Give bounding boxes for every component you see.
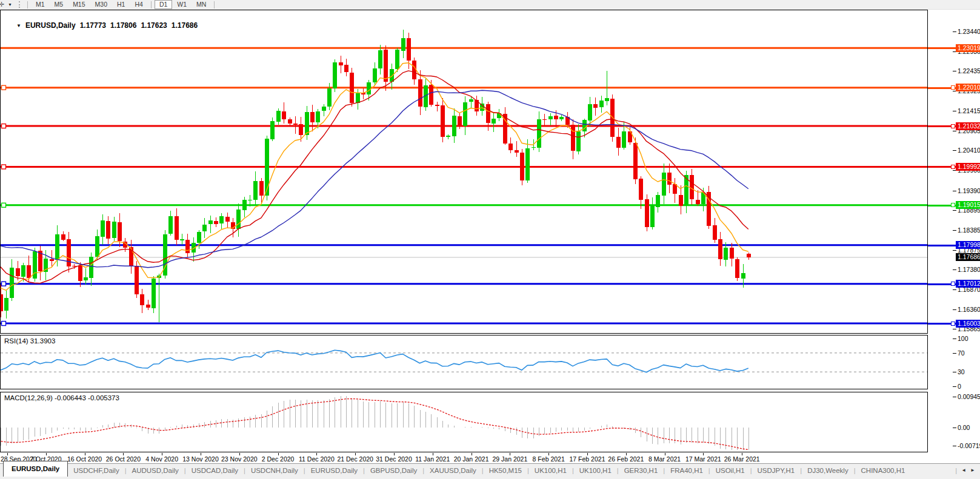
chart-tab-uk100-h1[interactable]: UK100,H1 xyxy=(574,464,617,477)
hline-left-handle[interactable] xyxy=(2,322,6,326)
timeframe-button-mn[interactable]: MN xyxy=(192,0,211,9)
candle-body xyxy=(532,147,536,148)
timeframe-button-m1[interactable]: M1 xyxy=(31,0,50,9)
candle-body xyxy=(622,131,626,148)
macd-plot[interactable] xyxy=(1,392,927,452)
chart-tab-fra40-h1[interactable]: FRA40,H1 xyxy=(665,464,708,477)
hline-left-handle[interactable] xyxy=(2,85,6,90)
timeframe-button-m5[interactable]: M5 xyxy=(50,0,68,9)
hline-price-label: 1.22010 xyxy=(956,84,980,91)
price-tick-label: 1.19390 xyxy=(958,187,980,194)
hline-right-handle[interactable] xyxy=(951,203,955,207)
date-label: 21 Dec 2020 xyxy=(337,455,373,463)
chart-tab-usdcnh-daily[interactable]: USDCNH,Daily xyxy=(245,464,304,477)
date-label: 17 Mar 2021 xyxy=(685,455,721,463)
tab-scroll-controls: |◄► xyxy=(955,467,980,474)
chart-menu-caret-icon[interactable]: ▼ xyxy=(16,23,21,28)
chart-tab-usoil-h1[interactable]: USOil,H1 xyxy=(710,464,750,477)
timeframe-button-d1[interactable]: D1 xyxy=(155,0,172,9)
timeframe-button-m15[interactable]: M15 xyxy=(68,0,90,9)
price-tick-label: 1.18385 xyxy=(958,226,980,234)
candle-body xyxy=(168,216,173,234)
timeframe-button-m30[interactable]: M30 xyxy=(90,0,112,9)
candle-body xyxy=(305,112,309,135)
price-plot[interactable] xyxy=(1,10,927,333)
candle-body xyxy=(78,266,82,281)
dropdown-caret-icon[interactable]: ▼ xyxy=(8,2,12,7)
timeframe-button-w1[interactable]: W1 xyxy=(172,0,192,9)
candle-body xyxy=(89,257,93,278)
candle-body xyxy=(259,181,264,196)
macd-scale-label-max: 0.009451 xyxy=(958,393,980,400)
timeframe-button-h1[interactable]: H1 xyxy=(112,0,130,9)
candle-body xyxy=(713,225,717,240)
ohlc-close: 1.17686 xyxy=(172,21,198,30)
chart-tab-gbpusd-daily[interactable]: GBPUSD,Daily xyxy=(365,464,422,477)
candle-body xyxy=(112,222,116,239)
chart-tab-audusd-daily[interactable]: AUDUSD,Daily xyxy=(127,464,184,477)
candle-body xyxy=(242,200,247,210)
hline-right-handle[interactable] xyxy=(951,322,955,326)
chart-tab-china300-h1[interactable]: CHINA300,H1 xyxy=(856,464,911,477)
date-axis[interactable]: 28 Sep 20207 Oct 202016 Oct 202026 Oct 2… xyxy=(0,453,980,463)
chart-tab-usdchf-daily[interactable]: USDCHF,Daily xyxy=(68,464,124,477)
price-tick-label: 1.21415 xyxy=(958,107,980,114)
candle-body xyxy=(724,248,728,260)
candle-body xyxy=(180,239,184,240)
chart-tab-usdcad-daily[interactable]: USDCAD,Daily xyxy=(186,464,244,477)
hline-price-label: 1.21032 xyxy=(956,122,980,130)
candle-body xyxy=(576,131,581,151)
chart-tab-eurusd-daily[interactable]: EURUSD,Daily xyxy=(305,464,363,477)
candle-body xyxy=(605,98,609,102)
toolbar-grip-handle[interactable] xyxy=(19,1,22,8)
candle-body xyxy=(101,220,105,236)
candle-body xyxy=(21,265,25,276)
chart-tab-uk100-h1[interactable]: UK100,H1 xyxy=(529,464,572,477)
candle-body xyxy=(515,150,519,153)
candle-body xyxy=(520,153,524,180)
candle-body xyxy=(293,124,298,124)
rsi-plot[interactable] xyxy=(1,335,927,389)
main-chart-panel[interactable]: ▼EURUSD,Daily1.177731.178061.176231.1768… xyxy=(0,10,928,334)
date-label: 20 Jan 2021 xyxy=(454,455,489,463)
candle-body xyxy=(299,124,303,136)
candle-body xyxy=(310,112,315,122)
rsi-scale-label: 0 xyxy=(958,383,961,390)
hline-left-handle[interactable] xyxy=(2,282,6,286)
candle-body xyxy=(225,217,230,222)
candle-body xyxy=(696,200,700,204)
toolbar-separator xyxy=(214,1,215,8)
date-label: 26 Mar 2021 xyxy=(724,455,760,463)
hline-right-handle[interactable] xyxy=(951,282,955,286)
chart-tab-dj30-weekly[interactable]: DJ30,Weekly xyxy=(802,464,854,477)
hline-left-handle[interactable] xyxy=(2,124,6,128)
chart-tab-ger30-h1[interactable]: GER30,H1 xyxy=(619,464,664,477)
rsi-scale-label: 70 xyxy=(958,349,965,357)
candle-body xyxy=(662,173,666,196)
chart-tab-usdjpy-h1[interactable]: USDJPY,H1 xyxy=(752,464,800,477)
chart-tab-xauusd-daily[interactable]: XAUUSD,Daily xyxy=(424,464,482,477)
hline-left-handle[interactable] xyxy=(2,165,6,169)
crosshair-cursor-icon[interactable]: ✛ xyxy=(0,1,7,8)
candle-body xyxy=(469,99,473,102)
hline-right-handle[interactable] xyxy=(951,85,955,90)
chart-tab-eurusd-daily[interactable]: EURUSD,Daily xyxy=(3,461,68,477)
candle-body xyxy=(350,73,354,103)
candle-body xyxy=(27,265,31,278)
candle-body xyxy=(458,116,462,125)
timeframe-button-h4[interactable]: H4 xyxy=(130,0,147,9)
chart-tab-hk50-m15[interactable]: HK50,M15 xyxy=(484,464,527,477)
tab-scroll-left-icon[interactable]: ◄ xyxy=(961,467,966,473)
tab-scroll-right-icon[interactable]: ► xyxy=(970,467,975,473)
rsi-indicator-panel[interactable]: RSI(14) 31.3903 xyxy=(0,335,928,389)
candle-body xyxy=(327,88,332,107)
candle-body xyxy=(67,239,71,266)
ohlc-open: 1.17773 xyxy=(80,21,106,30)
candle-body xyxy=(288,119,292,123)
macd-indicator-panel[interactable]: MACD(12,26,9) -0.006443 -0.005373 xyxy=(0,392,928,452)
hline-left-handle[interactable] xyxy=(2,203,6,207)
candle-body xyxy=(106,221,110,239)
hline-right-handle[interactable] xyxy=(951,165,955,169)
hline-right-handle[interactable] xyxy=(951,124,955,128)
price-axis[interactable]: 1.234401.229301.224351.219251.214151.209… xyxy=(928,10,980,454)
